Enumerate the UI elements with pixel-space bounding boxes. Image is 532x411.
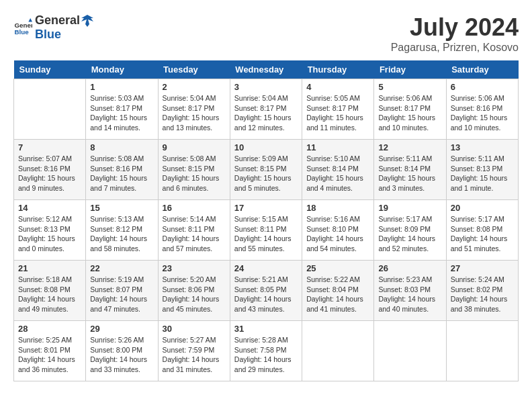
location-title: Pagarusa, Prizren, Kosovo: [391, 42, 519, 54]
calendar-cell: 31Sunrise: 5:28 AM Sunset: 7:58 PM Dayli…: [230, 321, 302, 381]
day-info: Sunrise: 5:26 AM Sunset: 8:00 PM Dayligh…: [90, 335, 153, 375]
calendar-cell: 8Sunrise: 5:08 AM Sunset: 8:16 PM Daylig…: [86, 140, 158, 200]
day-info: Sunrise: 5:06 AM Sunset: 8:16 PM Dayligh…: [451, 93, 514, 133]
calendar-cell: 28Sunrise: 5:25 AM Sunset: 8:01 PM Dayli…: [14, 321, 86, 381]
day-info: Sunrise: 5:18 AM Sunset: 8:08 PM Dayligh…: [18, 275, 81, 314]
calendar-cell: 10Sunrise: 5:09 AM Sunset: 8:15 PM Dayli…: [230, 140, 302, 200]
day-number: 22: [90, 263, 153, 273]
weekday-header-sunday: Sunday: [14, 60, 86, 79]
weekday-header-tuesday: Tuesday: [158, 60, 230, 79]
day-number: 15: [90, 203, 153, 213]
day-number: 14: [18, 203, 81, 213]
day-info: Sunrise: 5:08 AM Sunset: 8:15 PM Dayligh…: [163, 154, 226, 193]
day-info: Sunrise: 5:07 AM Sunset: 8:16 PM Dayligh…: [18, 154, 81, 193]
day-info: Sunrise: 5:24 AM Sunset: 8:02 PM Dayligh…: [451, 275, 514, 314]
day-number: 6: [451, 82, 514, 92]
day-number: 29: [90, 324, 153, 334]
day-info: Sunrise: 5:04 AM Sunset: 8:17 PM Dayligh…: [234, 93, 298, 133]
day-number: 13: [451, 142, 514, 152]
day-number: 17: [234, 203, 298, 213]
day-info: Sunrise: 5:06 AM Sunset: 8:17 PM Dayligh…: [378, 93, 441, 133]
title-block: July 2024 Pagarusa, Prizren, Kosovo: [391, 13, 519, 54]
logo-bird-icon: [81, 15, 93, 27]
weekday-header-saturday: Saturday: [446, 60, 518, 79]
day-info: Sunrise: 5:04 AM Sunset: 8:17 PM Dayligh…: [163, 93, 226, 133]
day-number: 23: [163, 263, 226, 273]
day-info: Sunrise: 5:16 AM Sunset: 8:10 PM Dayligh…: [306, 214, 369, 254]
day-info: Sunrise: 5:15 AM Sunset: 8:11 PM Dayligh…: [234, 214, 298, 254]
svg-marker-3: [81, 15, 93, 27]
day-number: 28: [18, 324, 81, 334]
calendar-cell: [14, 79, 86, 140]
day-number: 11: [306, 142, 369, 152]
weekday-header-wednesday: Wednesday: [230, 60, 302, 79]
calendar-cell: [446, 321, 518, 381]
day-number: 3: [234, 82, 298, 92]
day-info: Sunrise: 5:17 AM Sunset: 8:09 PM Dayligh…: [378, 214, 441, 254]
day-info: Sunrise: 5:12 AM Sunset: 8:13 PM Dayligh…: [18, 214, 81, 254]
calendar-cell: 3Sunrise: 5:04 AM Sunset: 8:17 PM Daylig…: [230, 79, 302, 140]
day-info: Sunrise: 5:09 AM Sunset: 8:15 PM Dayligh…: [234, 154, 298, 193]
weekday-header-monday: Monday: [86, 60, 158, 79]
calendar-header-row: SundayMondayTuesdayWednesdayThursdayFrid…: [14, 60, 519, 79]
day-number: 25: [306, 263, 369, 273]
day-number: 26: [378, 263, 441, 273]
calendar-cell: 17Sunrise: 5:15 AM Sunset: 8:11 PM Dayli…: [230, 200, 302, 261]
calendar-cell: 1Sunrise: 5:03 AM Sunset: 8:17 PM Daylig…: [86, 79, 158, 140]
calendar-cell: 2Sunrise: 5:04 AM Sunset: 8:17 PM Daylig…: [158, 79, 230, 140]
calendar-week-1: 1Sunrise: 5:03 AM Sunset: 8:17 PM Daylig…: [14, 79, 519, 140]
day-info: Sunrise: 5:27 AM Sunset: 7:59 PM Dayligh…: [163, 335, 226, 375]
calendar-table: SundayMondayTuesdayWednesdayThursdayFrid…: [13, 60, 519, 381]
month-title: July 2024: [391, 13, 519, 42]
calendar-week-5: 28Sunrise: 5:25 AM Sunset: 8:01 PM Dayli…: [14, 321, 519, 381]
calendar-cell: 7Sunrise: 5:07 AM Sunset: 8:16 PM Daylig…: [14, 140, 86, 200]
calendar-cell: 25Sunrise: 5:22 AM Sunset: 8:04 PM Dayli…: [302, 261, 374, 321]
logo-general-text: General: [35, 13, 80, 28]
day-info: Sunrise: 5:14 AM Sunset: 8:11 PM Dayligh…: [163, 214, 226, 254]
day-number: 30: [163, 324, 226, 334]
calendar-cell: 12Sunrise: 5:11 AM Sunset: 8:14 PM Dayli…: [374, 140, 446, 200]
day-number: 27: [451, 263, 514, 273]
day-info: Sunrise: 5:05 AM Sunset: 8:17 PM Dayligh…: [306, 93, 369, 133]
day-number: 4: [306, 82, 369, 92]
day-number: 1: [90, 82, 153, 92]
day-number: 19: [378, 203, 441, 213]
calendar-cell: 30Sunrise: 5:27 AM Sunset: 7:59 PM Dayli…: [158, 321, 230, 381]
day-info: Sunrise: 5:11 AM Sunset: 8:14 PM Dayligh…: [378, 154, 441, 193]
calendar-cell: 29Sunrise: 5:26 AM Sunset: 8:00 PM Dayli…: [86, 321, 158, 381]
day-number: 7: [18, 142, 81, 152]
logo-icon: General Blue: [13, 18, 32, 37]
day-info: Sunrise: 5:19 AM Sunset: 8:07 PM Dayligh…: [90, 275, 153, 314]
day-info: Sunrise: 5:10 AM Sunset: 8:14 PM Dayligh…: [306, 154, 369, 193]
logo-blue-text: Blue: [35, 28, 61, 41]
day-info: Sunrise: 5:13 AM Sunset: 8:12 PM Dayligh…: [90, 214, 153, 254]
calendar-cell: 9Sunrise: 5:08 AM Sunset: 8:15 PM Daylig…: [158, 140, 230, 200]
day-info: Sunrise: 5:23 AM Sunset: 8:03 PM Dayligh…: [378, 275, 441, 314]
day-number: 9: [163, 142, 226, 152]
day-number: 18: [306, 203, 369, 213]
day-number: 8: [90, 142, 153, 152]
logo: General Blue General Blue: [13, 13, 93, 42]
weekday-header-friday: Friday: [374, 60, 446, 79]
calendar-cell: 19Sunrise: 5:17 AM Sunset: 8:09 PM Dayli…: [374, 200, 446, 261]
svg-text:Blue: Blue: [14, 28, 29, 36]
calendar-week-4: 21Sunrise: 5:18 AM Sunset: 8:08 PM Dayli…: [14, 261, 519, 321]
day-number: 12: [378, 142, 441, 152]
calendar-cell: 13Sunrise: 5:11 AM Sunset: 8:13 PM Dayli…: [446, 140, 518, 200]
day-number: 24: [234, 263, 298, 273]
calendar-cell: 16Sunrise: 5:14 AM Sunset: 8:11 PM Dayli…: [158, 200, 230, 261]
day-number: 31: [234, 324, 298, 334]
day-info: Sunrise: 5:08 AM Sunset: 8:16 PM Dayligh…: [90, 154, 153, 193]
calendar-cell: 14Sunrise: 5:12 AM Sunset: 8:13 PM Dayli…: [14, 200, 86, 261]
calendar-cell: 24Sunrise: 5:21 AM Sunset: 8:05 PM Dayli…: [230, 261, 302, 321]
calendar-week-3: 14Sunrise: 5:12 AM Sunset: 8:13 PM Dayli…: [14, 200, 519, 261]
calendar-cell: 27Sunrise: 5:24 AM Sunset: 8:02 PM Dayli…: [446, 261, 518, 321]
day-info: Sunrise: 5:17 AM Sunset: 8:08 PM Dayligh…: [451, 214, 514, 254]
calendar-cell: [302, 321, 374, 381]
day-info: Sunrise: 5:28 AM Sunset: 7:58 PM Dayligh…: [234, 335, 298, 375]
calendar-cell: 4Sunrise: 5:05 AM Sunset: 8:17 PM Daylig…: [302, 79, 374, 140]
calendar-cell: 21Sunrise: 5:18 AM Sunset: 8:08 PM Dayli…: [14, 261, 86, 321]
page-header: General Blue General Blue July 2024 Paga…: [13, 13, 519, 54]
day-number: 2: [163, 82, 226, 92]
day-number: 16: [163, 203, 226, 213]
